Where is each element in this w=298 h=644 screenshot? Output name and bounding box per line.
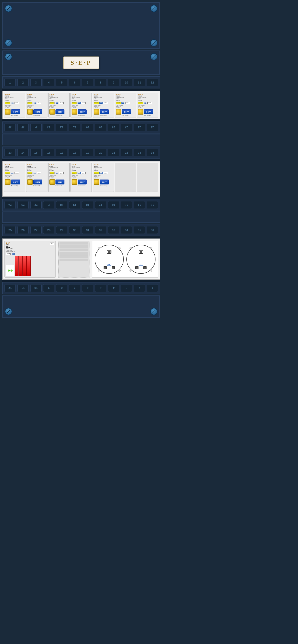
screw-brand-tl — [5, 53, 12, 60]
num-rb-12: 12 — [5, 284, 16, 292]
rcd-r2-5-yellow[interactable] — [94, 179, 99, 185]
socket1-screw-tr — [118, 247, 121, 249]
rcd-r2-4-test: Test monthly — [72, 185, 91, 186]
rcd2-test-label: Test monthly — [27, 115, 46, 116]
rcd-r2-2-test: Test monthly — [27, 185, 46, 186]
rcd6-test-label: Test monthly — [116, 115, 135, 116]
rcd5-yellow-btn[interactable] — [94, 109, 99, 114]
num-31: 31 — [82, 226, 93, 234]
main-breaker-brand: S·E·P — [6, 242, 15, 244]
rcd-unit-5: S·E·P RCM2 1P+N/B16/0.03A240V~50/60Hz E0… — [93, 93, 114, 118]
rcd-r2-5-test: Test monthly — [94, 185, 113, 186]
rcd7-test-label: Test monthly — [138, 115, 157, 116]
rcd-r2-3-yellow[interactable] — [49, 179, 55, 185]
num-r-25: 25 — [147, 124, 158, 131]
num-r-29: 29 — [95, 124, 106, 131]
num-6: 6 — [69, 78, 80, 86]
socket1-ce: CE — [107, 264, 111, 266]
red-bar-1 — [15, 256, 19, 276]
rcd6-blue-switch[interactable]: OOFF — [122, 110, 131, 114]
rcd-r2-1-blue[interactable]: OOFF — [11, 180, 20, 184]
rcd-unit-3: S·E·P RCM2 1P+N/B16/0.03A240V~50/60Hz E0… — [48, 93, 70, 118]
socket2-screw-br — [150, 269, 152, 272]
screw-top-left — [5, 5, 12, 12]
num-r2-19: 19 — [69, 201, 80, 209]
num-15: 15 — [31, 149, 42, 156]
num-rb-8: 8 — [56, 284, 67, 292]
num-14: 14 — [18, 149, 29, 156]
num-r-36: 36 — [5, 124, 16, 131]
rcd-unit-r2-3: S·E·P RCM2 1P+N/B16/0.03A240V~50/60Hz E0… — [48, 163, 70, 192]
main-breaker-model: HS1 — [6, 244, 15, 246]
rcd7-blue-switch[interactable]: OOFF — [144, 110, 153, 114]
sep-logo: S·E·P — [63, 56, 99, 69]
red-bar-4 — [27, 256, 31, 276]
num-r2-21: 21 — [43, 201, 54, 209]
socket-1[interactable]: CE — [95, 245, 124, 274]
green-led-2 — [11, 270, 13, 272]
num-r-32: 32 — [56, 124, 67, 131]
socket1-right-pin — [112, 266, 115, 269]
socket-2[interactable]: CE — [126, 245, 156, 274]
screw-bottom-right-main — [150, 308, 158, 315]
rcd-r2-2-yellow[interactable] — [27, 179, 33, 185]
rcd-unit-r2-5: S·E·P RCM2 1P+N/B16/0.03A240V~50/60Hz E0… — [93, 163, 114, 192]
num-4: 4 — [43, 78, 54, 86]
num-r2-14: 14 — [134, 201, 145, 209]
cable-slots — [58, 241, 89, 278]
rcd-r2-4-yellow[interactable] — [72, 179, 77, 185]
rcd2-blue-switch[interactable]: OOFF — [33, 110, 42, 114]
num-2: 2 — [18, 78, 29, 86]
rcd-r2-3-blue[interactable]: OOFF — [56, 180, 64, 184]
rcd3-yellow-btn[interactable] — [49, 109, 55, 114]
rcd6-yellow-btn[interactable] — [116, 109, 121, 114]
screw-bottom-left-main — [5, 308, 12, 315]
num-19: 19 — [82, 149, 93, 156]
rcd-r2-4-blue[interactable]: OOFF — [78, 180, 87, 184]
num-27: 27 — [31, 226, 42, 234]
num-1: 1 — [5, 78, 16, 86]
rcd5-blue-switch[interactable]: OOFF — [100, 110, 109, 114]
rcd-row-2: S·E·P RCM2 1P+N/B16/0.03A240V~50/60Hz E0… — [4, 163, 159, 192]
rcd-r2-2-blue[interactable]: OOFF — [33, 180, 42, 184]
rcd-r2-5-blue[interactable]: OOFF — [100, 180, 109, 184]
socket2-right-pin — [143, 266, 146, 269]
rcd-unit-4: S·E·P RCM2 1P+N/B16/0.03A240V~50/60Hz E0… — [70, 93, 92, 118]
rcd4-blue-switch[interactable]: OOFF — [78, 110, 87, 114]
num-3: 3 — [31, 78, 42, 86]
rcd3-blue-switch[interactable]: OOFF — [56, 110, 64, 114]
rcd-row-1: S·E·P RCM2 1P+N/B16/0.03A240V~50/60Hz E0… — [4, 93, 159, 118]
socket2-screw-tl — [129, 247, 132, 249]
num-rb-1: 1 — [147, 284, 158, 292]
rcd1-yellow-btn[interactable] — [5, 109, 11, 114]
num-r-35: 35 — [18, 124, 29, 131]
rcd7-yellow-btn[interactable] — [138, 109, 143, 114]
num-r2-23: 23 — [18, 201, 29, 209]
screw-bottom-left — [5, 39, 12, 46]
socket2-ce: CE — [139, 264, 143, 266]
rcd-unit-2: S·E·P RCM2 1P+N/B16/0.03A240V~50/60Hz E0… — [26, 93, 47, 118]
rcd-unit-6: S·E·P RCM2 1P+N/B16/0.03A240V~50/60Hz E0… — [115, 93, 136, 118]
socket-section: CE — [92, 241, 158, 278]
num-23: 23 — [134, 149, 145, 156]
num-rb-9: 9 — [43, 284, 54, 292]
rcd-r2-1-yellow[interactable] — [5, 179, 11, 185]
num-r2-18: 18 — [82, 201, 93, 209]
number-row-36-25: 36 35 34 33 32 31 30 29 28 27 26 25 — [4, 124, 159, 131]
rcd1-blue-switch[interactable]: OOFF — [11, 110, 20, 114]
rcd2-yellow-btn[interactable] — [27, 109, 33, 114]
num-r2-20: 20 — [56, 201, 67, 209]
rcd-r2-3-test: Test monthly — [49, 185, 68, 186]
socket1-screw-tl — [98, 247, 100, 249]
num-32: 32 — [95, 226, 106, 234]
rcd4-test-label: Test monthly — [72, 115, 91, 116]
num-13: 13 — [5, 149, 16, 156]
rcd-unit-7: S·E·P RCM2 1P+N/B16/0.03A240V~50/60Hz E0… — [137, 93, 158, 118]
empty-slot-1 — [115, 163, 136, 192]
rcd4-yellow-btn[interactable] — [72, 109, 77, 114]
screw-brand-tr — [150, 53, 158, 60]
num-rb-10: 10 — [31, 284, 42, 292]
num-29: 29 — [56, 226, 67, 234]
rcd3-test-label: Test monthly — [49, 115, 68, 116]
num-33: 33 — [108, 226, 119, 234]
